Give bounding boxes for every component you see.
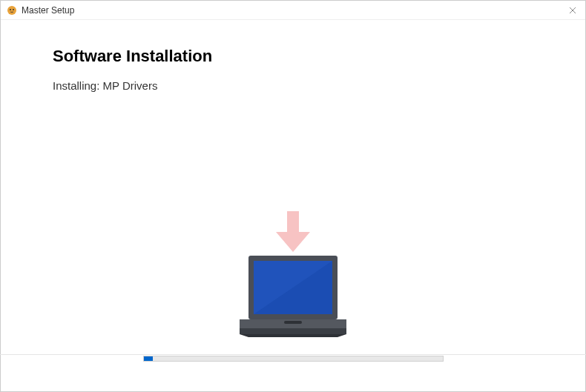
svg-point-0 — [7, 6, 16, 15]
laptop-icon — [234, 256, 352, 337]
app-icon — [7, 5, 17, 16]
window-title: Master Setup — [22, 5, 74, 16]
progress-fill — [144, 356, 153, 361]
install-illustration — [234, 211, 352, 337]
page-heading: Software Installation — [53, 47, 533, 66]
installer-window: Master Setup Software Installation Insta… — [0, 0, 586, 392]
close-button[interactable] — [566, 4, 579, 17]
titlebar: Master Setup — [1, 1, 585, 20]
download-arrow-icon — [274, 211, 312, 256]
svg-point-2 — [13, 9, 14, 10]
svg-point-1 — [10, 9, 11, 10]
footer-divider — [0, 354, 586, 355]
svg-rect-9 — [240, 328, 346, 334]
illustration-area — [53, 92, 533, 376]
progress-bar — [143, 356, 444, 362]
install-status: Installing: MP Drivers — [53, 79, 533, 92]
content-area: Software Installation Installing: MP Dri… — [1, 20, 585, 391]
svg-rect-8 — [284, 321, 302, 324]
